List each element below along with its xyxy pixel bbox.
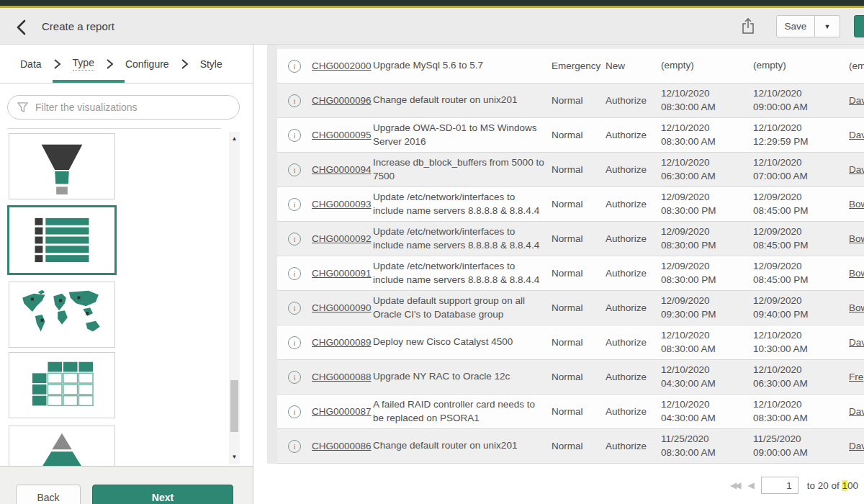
scroll-down-icon[interactable]: ▼ (229, 451, 240, 463)
planned-start-cell: 12/09/2020 08:30:00 PM (661, 225, 753, 253)
save-dropdown-caret-icon[interactable]: ▼ (815, 15, 840, 37)
breadcrumb-step-data[interactable]: Data (20, 58, 42, 70)
table-row: i CHG0000096 Change default router on un… (277, 84, 864, 118)
assigned-to-cell[interactable]: Bow (849, 199, 864, 210)
priority-cell: Normal (552, 164, 606, 175)
change-number-link[interactable]: CHG0000095 (312, 130, 372, 140)
assigned-to-cell[interactable]: Dav (849, 164, 864, 175)
change-number-link[interactable]: CHG0000091 (312, 268, 372, 279)
planned-end-cell: 11/25/2020 09:00:00 AM (753, 433, 849, 460)
state-cell: Authorize (606, 441, 661, 451)
filter-visualizations-input[interactable] (35, 102, 239, 113)
create-report-app: Create a report Save ▼ Data Type C (0, 0, 864, 504)
assigned-to-cell[interactable]: Dav (849, 441, 864, 451)
state-cell: Authorize (606, 95, 661, 106)
back-chevron-icon[interactable] (13, 18, 32, 37)
planned-start-cell: 12/10/2020 08:30:00 AM (661, 122, 753, 149)
planned-end-cell: 12/10/2020 09:00:00 AM (753, 87, 849, 114)
planned-start-cell: 12/09/2020 08:30:00 PM (661, 191, 753, 218)
priority-cell: Normal (552, 337, 606, 348)
change-number-link[interactable]: CHG0000086 (312, 441, 372, 451)
viz-type-list-selected[interactable] (7, 205, 117, 275)
table-row: i CHG0000087 A failed RAID controller ca… (277, 395, 864, 429)
short-description-cell: A failed RAID controller card needs to b… (373, 398, 552, 426)
next-button[interactable]: Next (92, 485, 233, 504)
priority-cell: Normal (552, 302, 606, 313)
first-page-icon[interactable]: ◀◀ (730, 480, 739, 490)
viz-type-map[interactable] (9, 282, 115, 348)
planned-start-cell: 12/10/2020 08:30:00 AM (661, 329, 753, 356)
change-number-link[interactable]: CHG0000087 (312, 406, 372, 417)
priority-cell: Normal (552, 441, 606, 451)
change-number-link[interactable]: CHG0000094 (312, 164, 372, 175)
assigned-to-cell[interactable]: Dav (849, 337, 864, 348)
info-icon[interactable]: i (288, 336, 301, 349)
pagination-range-text: to 20 of 100 (807, 480, 858, 491)
info-icon[interactable]: i (288, 233, 301, 246)
save-button[interactable]: Save (776, 15, 815, 37)
table-row: i CHG0000091 Update /etc/network/interfa… (277, 256, 864, 291)
assigned-to-cell[interactable]: Dav (849, 130, 864, 140)
table-row: i CHG0000088 Upgrade NY RAC to Oracle 12… (277, 360, 864, 395)
change-number-link[interactable]: CHG0000096 (312, 95, 372, 106)
info-icon[interactable]: i (288, 198, 301, 211)
change-number-link[interactable]: CHG0000089 (312, 337, 372, 348)
state-cell: Authorize (606, 130, 661, 140)
change-number-link[interactable]: CHG0002000 (312, 60, 372, 71)
info-icon[interactable]: i (288, 440, 301, 453)
table-row: i CHG0000089 Deploy new Cisco Catalyst 4… (277, 325, 864, 360)
highlighted-digit: 1 (842, 480, 847, 491)
assigned-to-cell[interactable]: Dav (849, 95, 864, 106)
state-cell: Authorize (606, 233, 661, 244)
change-number-link[interactable]: CHG0000090 (312, 302, 372, 313)
page-title: Create a report (42, 20, 114, 32)
table-left-gutter (267, 45, 277, 464)
short-description-cell: Update /etc/network/interfaces to includ… (373, 260, 552, 287)
viz-type-table[interactable] (9, 352, 115, 418)
state-cell: New (606, 60, 661, 71)
change-number-link[interactable]: CHG0000092 (312, 233, 372, 244)
assigned-to-cell[interactable]: Bow (849, 268, 864, 279)
short-description-cell: Update /etc/network/interfaces to includ… (373, 225, 552, 253)
planned-end-cell: 12/10/2020 08:30:00 AM (753, 398, 849, 426)
info-icon[interactable]: i (288, 371, 301, 384)
short-description-cell: Change default router on unix201 (373, 439, 552, 453)
list-divider (7, 128, 221, 129)
short-description-cell: Deploy new Cisco Catalyst 4500 (373, 336, 552, 349)
run-button-partial[interactable] (854, 15, 864, 37)
scrollbar-thumb[interactable] (230, 380, 238, 432)
breadcrumb-step-type[interactable]: Type (73, 57, 94, 71)
report-designer-sidebar: Data Type Configure Style (0, 45, 253, 504)
share-export-icon[interactable] (739, 17, 757, 37)
breadcrumb-step-style[interactable]: Style (200, 58, 222, 70)
planned-start-cell: 12/10/2020 04:30:00 AM (661, 364, 753, 391)
info-icon[interactable]: i (288, 163, 301, 176)
info-icon[interactable]: i (288, 94, 301, 107)
info-icon[interactable]: i (288, 302, 301, 315)
page-number-input[interactable] (761, 477, 798, 494)
change-number-link[interactable]: CHG0000088 (312, 372, 372, 382)
short-description-cell: Update /etc/network/interfaces to includ… (373, 191, 552, 218)
assigned-to-cell[interactable]: Fre (849, 372, 863, 382)
viz-list-scrollbar[interactable]: ▲ ▼ (229, 132, 240, 464)
viz-type-funnel[interactable] (9, 133, 115, 199)
assigned-to-cell[interactable]: Bow (849, 302, 864, 313)
assigned-to-cell[interactable]: Dav (849, 406, 864, 417)
planned-start-cell: 12/10/2020 08:30:00 AM (661, 87, 753, 114)
planned-start-cell: 12/09/2020 09:30:00 PM (661, 294, 753, 322)
planned-end-cell: 12/09/2020 08:45:00 PM (753, 225, 849, 253)
state-cell: Authorize (606, 406, 661, 417)
priority-cell: Normal (552, 130, 606, 140)
info-icon[interactable]: i (288, 60, 301, 73)
info-icon[interactable]: i (288, 405, 301, 418)
back-button[interactable]: Back (16, 485, 81, 504)
planned-end-cell: (empty) (753, 59, 849, 73)
assigned-to-cell[interactable]: Bow (849, 233, 864, 244)
info-icon[interactable]: i (288, 267, 301, 280)
wizard-breadcrumb: Data Type Configure Style (0, 45, 253, 84)
scroll-up-icon[interactable]: ▲ (229, 133, 240, 145)
breadcrumb-step-configure[interactable]: Configure (125, 58, 169, 70)
change-number-link[interactable]: CHG0000093 (312, 199, 372, 210)
info-icon[interactable]: i (288, 129, 301, 142)
previous-page-icon[interactable]: ◀ (747, 480, 752, 490)
